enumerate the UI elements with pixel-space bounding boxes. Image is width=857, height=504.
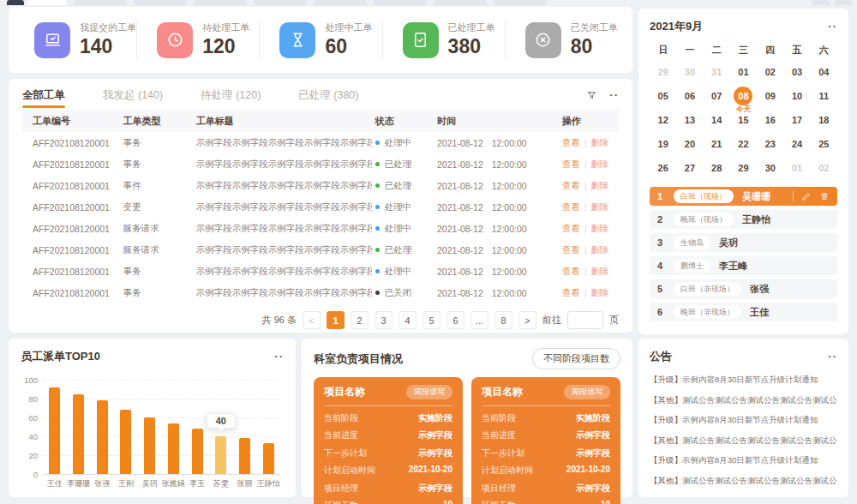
calendar-day[interactable]: 03 xyxy=(783,62,810,82)
calendar-day[interactable]: 17 xyxy=(783,110,810,130)
calendar-day[interactable]: 14 xyxy=(704,110,730,130)
calendar-day[interactable]: 02 xyxy=(811,158,837,178)
schedule-row[interactable]: 4鹏博士李王峰 xyxy=(650,256,837,275)
page-button-5[interactable]: 5 xyxy=(423,311,440,329)
calendar-day[interactable]: 20 xyxy=(676,134,703,154)
bar[interactable] xyxy=(120,410,131,474)
bar[interactable] xyxy=(263,443,274,474)
browser-tab[interactable] xyxy=(74,0,127,5)
view-link[interactable]: 查看 xyxy=(562,137,580,147)
calendar-day[interactable]: 23 xyxy=(757,134,783,154)
tab-1[interactable]: 我发起 (140) xyxy=(103,81,163,110)
calendar-day[interactable]: 04 xyxy=(811,62,837,82)
view-link[interactable]: 查看 xyxy=(562,223,580,233)
pagination-goto-input[interactable] xyxy=(567,311,603,329)
bar[interactable] xyxy=(49,387,60,474)
calendar-day[interactable]: 12 xyxy=(650,110,676,130)
delete-link[interactable]: 删除 xyxy=(590,244,608,255)
calendar-day[interactable]: 02 xyxy=(757,62,783,82)
calendar-day[interactable]: 30 xyxy=(676,62,703,82)
page-button-2[interactable]: 2 xyxy=(351,311,369,329)
announcement-item[interactable]: 【其他】测试公告测试公告测试公告测试公告测试公告 xyxy=(650,435,837,447)
browser-tab[interactable] xyxy=(27,0,67,5)
calendar-day[interactable]: 01 xyxy=(783,158,810,178)
announcement-item[interactable]: 【升级】示例内容8月30日新节点升级计划通知 xyxy=(650,415,837,426)
bar[interactable] xyxy=(97,400,108,474)
view-link[interactable]: 查看 xyxy=(562,180,580,190)
delete-link[interactable]: 删除 xyxy=(590,180,608,190)
delete-link[interactable]: 删除 xyxy=(590,287,608,297)
announcement-item[interactable]: 【升级】示例内容8月30日新节点升级计划通知 xyxy=(650,375,837,386)
stage-project-count-button[interactable]: 不同阶段项目数 xyxy=(532,348,620,369)
browser-tab[interactable] xyxy=(434,0,487,5)
calendar-day[interactable]: 25 xyxy=(811,134,837,154)
browser-tab[interactable] xyxy=(812,0,830,5)
filter-icon[interactable] xyxy=(586,90,597,101)
page-ellipsis[interactable]: ... xyxy=(470,311,488,329)
calendar-day[interactable]: 21 xyxy=(704,134,730,154)
schedule-row[interactable]: 3生物岛吴玥 xyxy=(650,233,837,252)
calendar-day[interactable]: 31 xyxy=(704,62,730,82)
calendar-day[interactable]: 05 xyxy=(650,86,676,106)
browser-tab[interactable] xyxy=(314,0,367,5)
browser-tab[interactable] xyxy=(494,0,547,5)
calendar-day[interactable]: 24 xyxy=(783,134,810,154)
bar[interactable] xyxy=(215,436,226,474)
tab-3[interactable]: 已处理 (380) xyxy=(298,81,358,110)
page-button-8[interactable]: 8 xyxy=(494,311,512,329)
more-icon[interactable]: ·· xyxy=(828,24,837,29)
more-icon[interactable]: ·· xyxy=(828,354,837,359)
view-link[interactable]: 查看 xyxy=(562,159,580,169)
calendar-day[interactable]: 29 xyxy=(650,62,676,82)
bar[interactable] xyxy=(144,417,155,474)
bar[interactable] xyxy=(73,394,84,475)
delete-link[interactable]: 删除 xyxy=(590,223,608,233)
pencil-icon[interactable] xyxy=(801,191,812,201)
calendar-day[interactable]: 22 xyxy=(730,134,757,154)
view-link[interactable]: 查看 xyxy=(562,201,580,212)
next-page-button[interactable]: > xyxy=(518,311,536,329)
more-icon[interactable]: ·· xyxy=(274,354,284,359)
schedule-row[interactable]: 1白班（现场）吴珊珊 xyxy=(650,187,837,206)
bar[interactable] xyxy=(168,423,179,474)
prev-page-button[interactable]: < xyxy=(303,311,321,329)
announcement-item[interactable]: 【其他】测试公告测试公告测试公告测试公告测试公告 xyxy=(650,395,837,406)
weekly-report-badge[interactable]: 周报填写 xyxy=(406,385,452,399)
calendar-day[interactable]: 10 xyxy=(783,86,810,106)
announcement-item[interactable]: 【其他】测试公告测试公告测试公告测试公告测试公告 xyxy=(650,476,837,487)
calendar-day[interactable]: 01 xyxy=(730,62,757,82)
calendar-day-today[interactable]: 08今天 xyxy=(730,86,757,106)
trash-icon[interactable] xyxy=(819,191,830,201)
calendar-day[interactable]: 27 xyxy=(676,158,703,178)
bar[interactable] xyxy=(239,438,250,474)
calendar-day[interactable]: 29 xyxy=(730,158,757,178)
schedule-row[interactable]: 5白班（非现场）张强 xyxy=(650,279,837,298)
view-link[interactable]: 查看 xyxy=(562,266,580,276)
calendar-day[interactable]: 11 xyxy=(811,86,837,106)
calendar-day[interactable]: 28 xyxy=(704,158,730,178)
schedule-row[interactable]: 6晚班（非现场）王佳 xyxy=(650,303,837,321)
browser-tab[interactable] xyxy=(254,0,307,5)
delete-link[interactable]: 删除 xyxy=(590,266,608,276)
delete-link[interactable]: 删除 xyxy=(590,159,608,169)
bar[interactable] xyxy=(192,429,203,474)
calendar-day[interactable]: 13 xyxy=(676,110,703,130)
view-link[interactable]: 查看 xyxy=(562,244,580,255)
browser-tab[interactable] xyxy=(835,0,852,5)
view-link[interactable]: 查看 xyxy=(562,287,580,297)
weekly-report-badge[interactable]: 周报填写 xyxy=(564,385,610,399)
page-button-6[interactable]: 6 xyxy=(446,311,464,329)
page-button-4[interactable]: 4 xyxy=(399,311,417,329)
browser-tab[interactable] xyxy=(374,0,427,5)
calendar-day[interactable]: 16 xyxy=(757,110,783,130)
delete-link[interactable]: 删除 xyxy=(590,137,608,147)
browser-tab[interactable] xyxy=(194,0,247,5)
delete-link[interactable]: 删除 xyxy=(590,201,608,212)
tab-2[interactable]: 待处理 (120) xyxy=(201,81,261,110)
page-button-1[interactable]: 1 xyxy=(327,311,345,329)
calendar-day[interactable]: 07 xyxy=(704,86,730,106)
calendar-day[interactable]: 19 xyxy=(650,134,676,154)
browser-tab[interactable] xyxy=(134,0,187,5)
calendar-day[interactable]: 18 xyxy=(811,110,837,130)
calendar-day[interactable]: 30 xyxy=(757,158,783,178)
